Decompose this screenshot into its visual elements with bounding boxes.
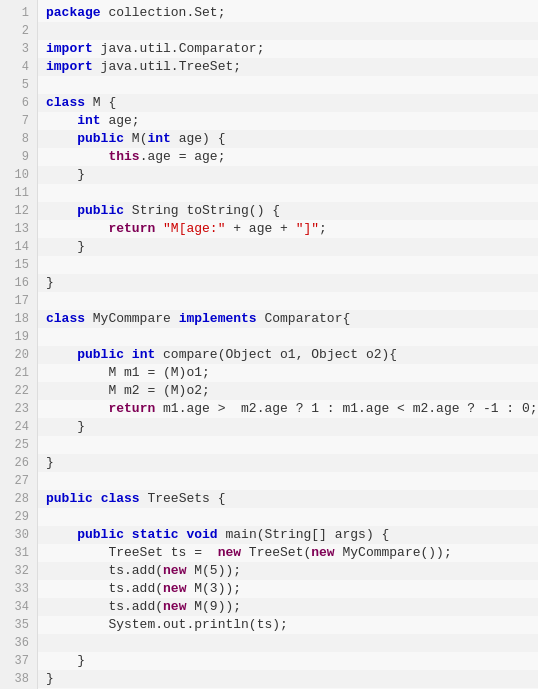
line-number: 16 [0,274,37,292]
code-line [38,76,538,94]
line-number: 2 [0,22,37,40]
code-line [38,436,538,454]
code-line: public String toString() { [38,202,538,220]
code-line [38,184,538,202]
line-number: 23 [0,400,37,418]
code-line: public class TreeSets { [38,490,538,508]
line-number: 14 [0,238,37,256]
line-number: 6 [0,94,37,112]
code-line: class M { [38,94,538,112]
line-number: 30 [0,526,37,544]
line-number: 21 [0,364,37,382]
code-line: M m2 = (M)o2; [38,382,538,400]
line-number: 26 [0,454,37,472]
code-line: } [38,454,538,472]
code-line: import java.util.TreeSet; [38,58,538,76]
code-line: int age; [38,112,538,130]
line-number: 18 [0,310,37,328]
code-line: } [38,418,538,436]
code-line: } [38,166,538,184]
code-line: class MyCommpare implements Comparator{ [38,310,538,328]
line-number: 4 [0,58,37,76]
line-number: 10 [0,166,37,184]
line-number: 32 [0,562,37,580]
line-number: 22 [0,382,37,400]
line-number: 13 [0,220,37,238]
code-line: TreeSet ts = new TreeSet(new MyCommpare(… [38,544,538,562]
code-line [38,292,538,310]
code-line [38,472,538,490]
code-line: } [38,670,538,688]
line-number: 37 [0,652,37,670]
line-number: 27 [0,472,37,490]
line-number: 31 [0,544,37,562]
line-number: 19 [0,328,37,346]
code-line: ts.add(new M(5)); [38,562,538,580]
code-line [38,508,538,526]
line-number: 35 [0,616,37,634]
line-number: 28 [0,490,37,508]
code-line: ts.add(new M(3)); [38,580,538,598]
code-line: } [38,652,538,670]
line-number: 7 [0,112,37,130]
code-line [38,328,538,346]
code-line: return m1.age > m2.age ? 1 : m1.age < m2… [38,400,538,418]
code-content[interactable]: package collection.Set; import java.util… [38,0,538,689]
code-line: public M(int age) { [38,130,538,148]
line-number: 3 [0,40,37,58]
line-number: 15 [0,256,37,274]
line-number: 34 [0,598,37,616]
line-number: 25 [0,436,37,454]
code-line: ts.add(new M(9)); [38,598,538,616]
code-line: this.age = age; [38,148,538,166]
code-line: public static void main(String[] args) { [38,526,538,544]
code-line [38,22,538,40]
line-number: 9 [0,148,37,166]
code-line: M m1 = (M)o1; [38,364,538,382]
code-line: public int compare(Object o1, Object o2)… [38,346,538,364]
line-number: 17 [0,292,37,310]
line-number: 33 [0,580,37,598]
line-number: 12 [0,202,37,220]
line-number: 8 [0,130,37,148]
code-line: import java.util.Comparator; [38,40,538,58]
code-line [38,256,538,274]
line-number: 5 [0,76,37,94]
code-line: } [38,238,538,256]
code-line: } [38,274,538,292]
line-number: 20 [0,346,37,364]
line-number: 38 [0,670,37,688]
code-line: System.out.println(ts); [38,616,538,634]
line-number: 29 [0,508,37,526]
code-editor: 1234567891011121314151617181920212223242… [0,0,538,689]
code-line [38,634,538,652]
line-number: 1 [0,4,37,22]
line-number: 11 [0,184,37,202]
line-number: 24 [0,418,37,436]
code-line: return "M[age:" + age + "]"; [38,220,538,238]
code-line: package collection.Set; [38,4,538,22]
line-number-gutter: 1234567891011121314151617181920212223242… [0,0,38,689]
line-number: 36 [0,634,37,652]
